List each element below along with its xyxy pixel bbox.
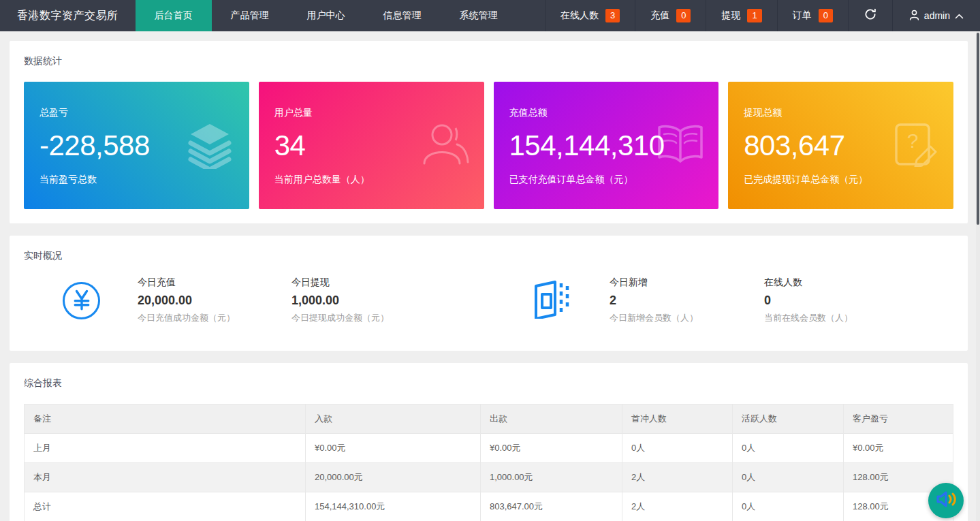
realtime-panel: 实时概况 今日充值 20,000.00 今日充值成功金额（元） 今日提现 1,0… <box>10 236 968 351</box>
nav-recharge[interactable]: 充值 0 <box>635 0 706 31</box>
total-pnl-card[interactable]: 总盈亏 -228,588 当前盈亏总数 <box>24 82 249 209</box>
scrollbar-thumb[interactable] <box>977 33 979 225</box>
main-content: 数据统计 总盈亏 -228,588 当前盈亏总数 用户总量 34 <box>0 31 980 521</box>
cell: ¥0.00元 <box>481 434 622 463</box>
svg-text:?: ? <box>907 129 919 152</box>
col-first-deposit-users: 首冲人数 <box>622 405 733 434</box>
menu-item-system[interactable]: 系统管理 <box>441 0 517 31</box>
realtime-title: 实时概况 <box>24 250 953 262</box>
report-header-row: 备注 入款 出款 首冲人数 活跃人数 客户盈亏 <box>25 405 953 434</box>
nav-recharge-label: 充值 <box>650 10 669 22</box>
today-new-block: 今日新增 2 今日新增会员数（人） <box>610 277 764 324</box>
report-table: 备注 入款 出款 首冲人数 活跃人数 客户盈亏 上月 ¥0.00元 ¥0.00元… <box>24 404 953 521</box>
withdraw-badge: 1 <box>747 9 761 22</box>
report-panel: 综合报表 备注 入款 出款 首冲人数 活跃人数 客户盈亏 上月 ¥0. <box>10 363 968 521</box>
cell: 上月 <box>25 434 306 463</box>
nav-withdraw-label: 提现 <box>721 10 740 22</box>
stat-cards: 总盈亏 -228,588 当前盈亏总数 用户总量 34 当前用户总数量（人） <box>24 82 953 209</box>
yen-circle-icon <box>63 282 100 319</box>
orders-badge: 0 <box>819 9 833 22</box>
today-new-desc: 今日新增会员数（人） <box>610 312 764 324</box>
nav-orders[interactable]: 订单 0 <box>777 0 848 31</box>
recharge-badge: 0 <box>676 9 691 22</box>
refresh-button[interactable] <box>848 0 892 31</box>
online-members-desc: 当前在线会员数（人） <box>764 312 853 324</box>
cell: 0人 <box>622 434 733 463</box>
user-icon <box>909 10 919 22</box>
table-row-this-month: 本月 20,000.00元 1,000.00元 2人 0人 128.00元 <box>25 463 953 492</box>
nav-withdraw[interactable]: 提现 1 <box>706 0 776 31</box>
today-recharge-desc: 今日充值成功金额（元） <box>138 312 291 324</box>
main-menu: 后台首页 产品管理 用户中心 信息管理 系统管理 <box>136 0 517 31</box>
today-withdraw-value: 1,000.00 <box>291 294 533 308</box>
col-customer-pnl: 客户盈亏 <box>844 405 953 434</box>
nav-online-count[interactable]: 在线人数 3 <box>545 0 635 31</box>
cell: 总计 <box>25 492 306 521</box>
nav-orders-label: 订单 <box>793 10 812 22</box>
document-question-icon: ? <box>891 122 940 170</box>
statistics-panel: 数据统计 总盈亏 -228,588 当前盈亏总数 用户总量 34 <box>10 41 968 223</box>
nav-online-label: 在线人数 <box>560 10 599 22</box>
cell: 0人 <box>733 463 844 492</box>
total-recharge-card[interactable]: 充值总额 154,144,310 已支付充值订单总金额（元） <box>494 82 719 209</box>
col-deposit: 入款 <box>306 405 481 434</box>
cell: 20,000.00元 <box>306 463 481 492</box>
menu-item-products[interactable]: 产品管理 <box>212 0 288 31</box>
report-title: 综合报表 <box>24 377 953 390</box>
cell: 0人 <box>733 434 844 463</box>
today-withdraw-desc: 今日提现成功金额（元） <box>291 312 533 324</box>
card-desc: 已完成提现订单总金额（元） <box>744 174 938 186</box>
table-row-last-month: 上月 ¥0.00元 ¥0.00元 0人 0人 ¥0.00元 <box>25 434 953 463</box>
col-remark: 备注 <box>25 405 306 434</box>
card-label: 提现总额 <box>744 107 938 119</box>
card-label: 充值总额 <box>509 107 704 119</box>
card-desc: 当前用户总数量（人） <box>274 174 469 186</box>
cell: 154,144,310.00元 <box>306 492 481 521</box>
speaker-icon <box>936 490 956 511</box>
admin-username: admin <box>924 10 950 21</box>
card-label: 总盈亏 <box>39 107 234 119</box>
cell: 本月 <box>25 463 306 492</box>
online-count-badge: 3 <box>605 9 620 22</box>
today-new-label: 今日新增 <box>610 277 764 289</box>
total-users-card[interactable]: 用户总量 34 当前用户总数量（人） <box>259 82 484 209</box>
card-label: 用户总量 <box>274 107 469 119</box>
menu-item-users[interactable]: 用户中心 <box>288 0 364 31</box>
today-new-value: 2 <box>610 294 764 308</box>
layers-icon <box>184 120 236 172</box>
total-withdraw-card[interactable]: 提现总额 803,647 已完成提现订单总金额（元） ? <box>728 82 953 209</box>
cell: 2人 <box>622 463 733 492</box>
today-recharge-value: 20,000.00 <box>138 294 291 308</box>
overview-row: 今日充值 20,000.00 今日充值成功金额（元） 今日提现 1,000.00… <box>24 277 953 324</box>
users-icon <box>423 123 471 169</box>
navbar-right: 在线人数 3 充值 0 提现 1 订单 0 <box>545 0 980 31</box>
cell: 803,647.00元 <box>481 492 622 521</box>
refresh-icon <box>864 8 876 23</box>
statistics-title: 数据统计 <box>24 55 953 67</box>
cell: ¥0.00元 <box>844 434 953 463</box>
today-withdraw-label: 今日提现 <box>291 277 533 289</box>
cell: ¥0.00元 <box>306 434 481 463</box>
today-recharge-block: 今日充值 20,000.00 今日充值成功金额（元） <box>138 277 291 324</box>
chevron-up-icon <box>955 10 964 21</box>
cell: 0人 <box>733 492 844 521</box>
cell: 1,000.00元 <box>481 463 622 492</box>
col-active-users: 活跃人数 <box>733 405 844 434</box>
open-book-icon <box>656 123 705 168</box>
audio-notification-button[interactable] <box>928 483 964 518</box>
admin-dropdown[interactable]: admin <box>892 0 980 31</box>
online-members-value: 0 <box>764 294 853 308</box>
today-recharge-label: 今日充值 <box>138 277 291 289</box>
menu-item-information[interactable]: 信息管理 <box>364 0 441 31</box>
card-desc: 已支付充值订单总金额（元） <box>509 174 704 186</box>
online-members-label: 在线人数 <box>764 277 853 289</box>
col-withdraw: 出款 <box>481 405 622 434</box>
table-row-total: 总计 154,144,310.00元 803,647.00元 2人 0人 128… <box>25 492 953 521</box>
vertical-scrollbar[interactable] <box>976 31 980 521</box>
top-navbar: 香港数字资产交易所 后台首页 产品管理 用户中心 信息管理 系统管理 在线人数 … <box>0 0 980 31</box>
menu-item-dashboard[interactable]: 后台首页 <box>136 0 212 31</box>
new-members-door-icon <box>533 279 570 321</box>
card-desc: 当前盈亏总数 <box>39 174 234 186</box>
online-members-block: 在线人数 0 当前在线会员数（人） <box>764 277 853 324</box>
cell: 2人 <box>622 492 733 521</box>
